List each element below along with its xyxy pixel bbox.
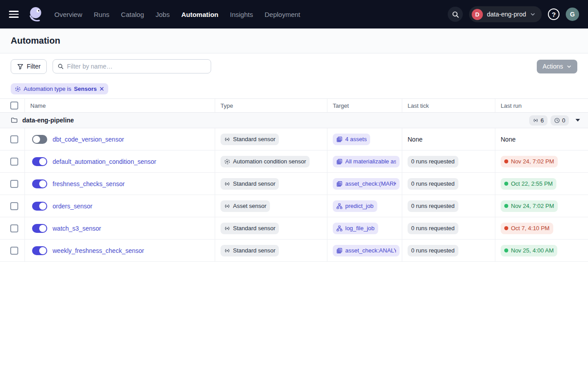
name-filter-input[interactable] [67,63,206,70]
target-badge[interactable]: predict_job [333,200,377,212]
last-tick-cell: 0 runs requested [402,150,495,172]
last-tick-badge: 0 runs requested [408,200,458,212]
sensor-toggle[interactable] [32,246,47,255]
nav-item-automation[interactable]: Automation [181,11,218,18]
schedule-count-badge: 0 [551,115,569,126]
target-icon [336,203,343,209]
last-tick-cell: 0 runs requested [402,217,495,239]
filter-chip-text: Automation type is [24,85,71,92]
sensor-type-badge: Asset sensor [220,200,270,212]
row-checkbox[interactable] [10,135,18,143]
filter-button-label: Filter [27,63,41,70]
sensor-type-badge: Standard sensor [220,245,279,256]
last-tick-badge: 0 runs requested [408,245,458,256]
close-icon[interactable] [99,86,104,91]
page-title: Automation [11,36,60,46]
table-body: dbt_code_version_sensor Standard sensor … [0,128,588,262]
last-run-cell: Nov 25, 4:00 AM [495,240,588,261]
table-row: freshness_checks_sensor Standard sensor … [0,173,588,195]
toolbar: Filter Actions [0,53,588,79]
deployment-switcher[interactable]: D data-eng-prod [469,6,542,22]
sensor-type-icon [224,203,230,209]
run-status-dot-icon [504,248,508,252]
sensor-name-link[interactable]: orders_sensor [53,203,93,210]
table-row: weekly_freshness_check_sensor Standard s… [0,240,588,262]
clock-icon [554,118,560,123]
filter-chip-value: Sensors [74,85,97,92]
user-avatar[interactable]: G [566,8,579,21]
sensor-name-link[interactable]: watch_s3_sensor [53,225,101,232]
actions-button[interactable]: Actions [537,60,577,73]
last-tick-value: None [408,136,422,143]
column-header-type: Type [215,99,327,112]
deployment-name: data-eng-prod [487,11,526,18]
target-icon [336,159,343,165]
last-tick-cell: None [402,128,495,150]
table-row: watch_s3_sensor Standard sensor log_file… [0,217,588,240]
collapse-caret-icon[interactable] [576,119,580,122]
nav-item-deployment[interactable]: Deployment [265,11,300,18]
nav-item-jobs[interactable]: Jobs [155,11,170,18]
sensor-toggle[interactable] [32,157,47,166]
target-badge[interactable]: 4 assets [333,134,370,145]
last-run-cell: Nov 24, 7:02 PM [495,150,588,172]
last-tick-cell: 0 runs requested [402,173,495,195]
search-icon [452,11,459,18]
last-run-badge[interactable]: Nov 24, 7:02 PM [501,200,558,212]
filter-chip-automation-type[interactable]: Automation type is Sensors [11,83,108,94]
sensor-toggle[interactable] [32,202,47,211]
column-header-target: Target [327,99,402,112]
hamburger-menu-icon[interactable] [9,11,20,18]
last-run-badge[interactable]: Nov 25, 4:00 AM [501,245,557,256]
last-run-badge[interactable]: Nov 24, 7:02 PM [501,156,558,167]
sensor-type-icon [224,225,230,232]
target-icon [336,181,343,187]
row-checkbox[interactable] [10,180,18,188]
dagster-logo-icon[interactable] [27,5,45,23]
sensor-name-link[interactable]: dbt_code_version_sensor [53,136,124,143]
target-badge[interactable]: All materializable as [333,156,400,167]
sensor-name-link[interactable]: weekly_freshness_check_sensor [53,247,144,254]
last-run-cell: Nov 24, 7:02 PM [495,195,588,217]
last-run-value: None [501,136,515,143]
run-status-dot-icon [504,159,508,163]
sensor-toggle[interactable] [32,224,47,233]
last-tick-badge: 0 runs requested [408,223,458,234]
table-row: orders_sensor Asset sensor predict_job 0… [0,195,588,217]
last-run-badge[interactable]: Oct 7, 4:10 PM [501,223,553,234]
target-badge[interactable]: asset_check:(MARK [333,178,400,190]
filter-button[interactable]: Filter [11,59,47,74]
target-badge[interactable]: log_file_job [333,223,378,234]
select-all-checkbox[interactable] [10,102,18,110]
sensor-type-icon [224,136,230,142]
repo-group-row[interactable]: data-eng-pipeline 6 0 [0,113,588,128]
target-icon [336,248,343,254]
sensor-toggle[interactable] [32,135,47,144]
page-header: Automation [0,28,588,53]
help-button[interactable]: ? [548,8,559,20]
column-header-last-tick: Last tick [402,99,495,112]
last-tick-cell: 0 runs requested [402,240,495,261]
row-checkbox[interactable] [10,202,18,210]
sensor-type-badge: Automation condition sensor [220,156,310,167]
sensor-type-badge: Standard sensor [220,134,279,145]
sensor-name-link[interactable]: default_automation_condition_sensor [53,158,156,165]
target-badge[interactable]: asset_check:ANALY [333,245,400,256]
nav-item-catalog[interactable]: Catalog [121,11,144,18]
sensor-type-icon [224,181,230,187]
row-checkbox[interactable] [10,247,18,255]
last-run-badge[interactable]: Oct 22, 2:55 PM [501,178,556,190]
row-checkbox[interactable] [10,158,18,166]
nav-item-overview[interactable]: Overview [54,11,82,18]
sensor-icon [533,118,539,123]
nav-item-insights[interactable]: Insights [230,11,253,18]
sensor-toggle[interactable] [32,179,47,188]
row-checkbox[interactable] [10,224,18,232]
nav-item-runs[interactable]: Runs [94,11,110,18]
sensor-count-badge: 6 [529,115,547,126]
global-search-button[interactable] [448,7,463,22]
column-header-last-run: Last run [495,99,588,112]
sensor-name-link[interactable]: freshness_checks_sensor [53,180,125,187]
last-run-cell: None [495,128,588,150]
last-run-cell: Oct 22, 2:55 PM [495,173,588,195]
